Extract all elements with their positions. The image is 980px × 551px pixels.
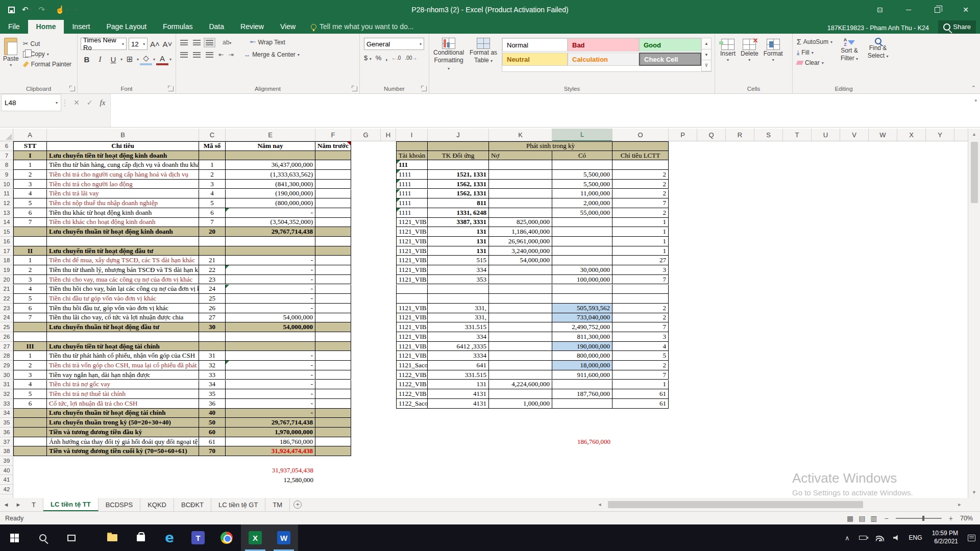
cell-B20[interactable]: Tiền chi cho vay, mua các công cụ nợ của… (47, 275, 199, 285)
font-dialog-launcher[interactable] (168, 86, 174, 91)
cell-B35[interactable]: Lưu chuyển thuần trong kỳ (50=20+30+40) (47, 418, 199, 428)
conditional-formatting-button[interactable]: ConditionalFormatting ▾ (432, 38, 465, 72)
column-header-P[interactable]: P (669, 129, 697, 141)
column-header-C[interactable]: C (199, 129, 226, 141)
cell-O26[interactable]: 3 (612, 332, 669, 342)
tell-me-box[interactable]: Tell me what you want to do... (304, 20, 421, 34)
cell-O27[interactable]: 4 (612, 342, 669, 352)
cell-F31[interactable] (315, 380, 351, 390)
cell-A12[interactable]: 5 (13, 198, 47, 208)
column-header-V[interactable]: V (840, 129, 869, 141)
cell-B9[interactable]: Tiền chi trả cho người cung cấp hàng hoá… (47, 170, 199, 180)
insert-cells-button[interactable]: Insert▾ (720, 39, 736, 63)
cell-F29[interactable] (315, 361, 351, 370)
cell-I28[interactable]: 1121_VIB (396, 351, 428, 361)
number-dialog-launcher[interactable] (422, 86, 427, 91)
tab-review[interactable]: Review (232, 20, 272, 34)
cell-J32[interactable]: 4131 (428, 389, 489, 399)
cell-K9[interactable] (489, 170, 552, 180)
sheet-grid[interactable]: STTChỉ tiêuMã sốNăm nayNăm trướcILưu chu… (13, 141, 968, 498)
row-header-38[interactable]: 38 (0, 446, 13, 456)
cell-E7[interactable] (226, 151, 315, 161)
cell-J25[interactable]: 331.515 (428, 322, 489, 332)
column-header-I[interactable]: I (396, 129, 428, 141)
cell-A17[interactable]: II (13, 246, 47, 256)
start-button[interactable] (0, 524, 29, 551)
column-header-J[interactable]: J (428, 129, 489, 141)
cell-B7[interactable]: Lưu chuyển tiền từ hoạt động kinh doanh (47, 151, 199, 161)
cut-button[interactable]: ✂Cut (23, 40, 71, 47)
page-layout-view-icon[interactable]: ▤ (859, 514, 865, 522)
notification-center-icon[interactable] (963, 524, 980, 551)
cell-E38[interactable]: 31,924,474,438 (226, 446, 315, 456)
row-header-28[interactable]: 28 (0, 351, 13, 361)
cell-F27[interactable] (315, 342, 351, 352)
cell-C32[interactable]: 35 (199, 389, 226, 399)
cell-I27[interactable]: 1121_VIB (396, 342, 428, 352)
row-header-26[interactable]: 26 (0, 332, 13, 342)
cell-K28[interactable] (489, 351, 552, 361)
cell-B31[interactable]: Tiền chi trả nợ gốc vay (47, 380, 199, 390)
cell-J17[interactable]: 131 (428, 246, 489, 256)
cell-A16[interactable] (13, 237, 47, 246)
row-header-32[interactable]: 32 (0, 389, 13, 399)
cell-I21[interactable] (396, 285, 428, 294)
cell-F17[interactable] (315, 246, 351, 256)
cell-E23[interactable]: - (226, 304, 315, 313)
align-center-icon[interactable] (193, 52, 201, 58)
row-header-23[interactable]: 23 (0, 304, 13, 313)
bold-button[interactable]: B (81, 53, 93, 65)
cell-L10[interactable]: 5,500,000 (552, 180, 612, 189)
styles-scroll-up-icon[interactable]: ▲ (702, 38, 711, 49)
cell-I19[interactable]: 1121_VIB (396, 265, 428, 275)
font-color-icon[interactable]: A (156, 53, 168, 65)
tab-page-layout[interactable]: Page Layout (98, 20, 155, 34)
undo-icon[interactable]: ↶▾ (22, 5, 32, 14)
sheet-tab-lc-tiền-tệ-tt[interactable]: LC tiền tệ TT (43, 498, 99, 511)
clipboard-dialog-launcher[interactable] (70, 86, 75, 91)
cell-B18[interactable]: Tiền chi để mua, xây dựng TSCĐ, các TS d… (47, 256, 199, 265)
row-header-9[interactable]: 9 (0, 170, 13, 180)
row-header-34[interactable]: 34 (0, 409, 13, 418)
scroll-left-icon[interactable]: ◄ (595, 502, 605, 507)
row-header-14[interactable]: 14 (0, 218, 13, 228)
cell-A30[interactable]: 3 (13, 370, 47, 380)
cell-C35[interactable]: 50 (199, 418, 226, 428)
cell-K32[interactable] (489, 389, 552, 399)
cell-K13[interactable] (489, 208, 552, 218)
cell-K19[interactable] (489, 265, 552, 275)
column-header-K[interactable]: K (489, 129, 552, 141)
cell-J11[interactable]: 1562, 1331 (428, 189, 489, 199)
cell-E15[interactable]: 29,767,714,438 (226, 227, 315, 237)
cell-E31[interactable]: - (226, 380, 315, 390)
cell-A19[interactable]: 2 (13, 265, 47, 275)
cell-L7[interactable]: Có (552, 151, 612, 161)
borders-icon[interactable]: ⊞ (124, 53, 136, 65)
cell-C25[interactable]: 30 (199, 322, 226, 332)
cell-C11[interactable]: 4 (199, 189, 226, 199)
cell-E33[interactable]: - (226, 399, 315, 409)
cell-F8[interactable] (315, 160, 351, 170)
cell-O19[interactable]: 3 (612, 265, 669, 275)
cell-B28[interactable]: Tiền thu từ phát hành cổ phiếu, nhận vốn… (47, 351, 199, 361)
cell-F28[interactable] (315, 351, 351, 361)
column-header-Q[interactable]: Q (697, 129, 726, 141)
cell-A10[interactable]: 3 (13, 180, 47, 189)
font-size-select[interactable]: 12▾ (129, 38, 148, 50)
cell-I18[interactable]: 1121_VIB (396, 256, 428, 265)
cell-F19[interactable] (315, 265, 351, 275)
cell-L25[interactable]: 2,490,752,000 (552, 322, 612, 332)
cell-B30[interactable]: Tiền vay ngắn hạn, dài hạn nhận được (47, 370, 199, 380)
cell-I12[interactable]: 1111 (396, 198, 428, 208)
cell-C26[interactable] (199, 332, 226, 342)
cell-J31[interactable]: 131 (428, 380, 489, 390)
increase-indent-icon[interactable]: ⇥ (229, 51, 234, 58)
collapse-ribbon-icon[interactable]: ⌃ (971, 85, 976, 91)
cell-L27[interactable]: 190,000,000 (552, 342, 612, 352)
copy-button[interactable]: Copy▾ (23, 51, 71, 58)
cell-A15[interactable] (13, 227, 47, 237)
cell-K18[interactable]: 54,000,000 (489, 256, 552, 265)
cell-A27[interactable]: III (13, 342, 47, 352)
cell-I31[interactable]: 1122_VIB (396, 380, 428, 390)
style-normal[interactable]: Normal (502, 38, 568, 52)
